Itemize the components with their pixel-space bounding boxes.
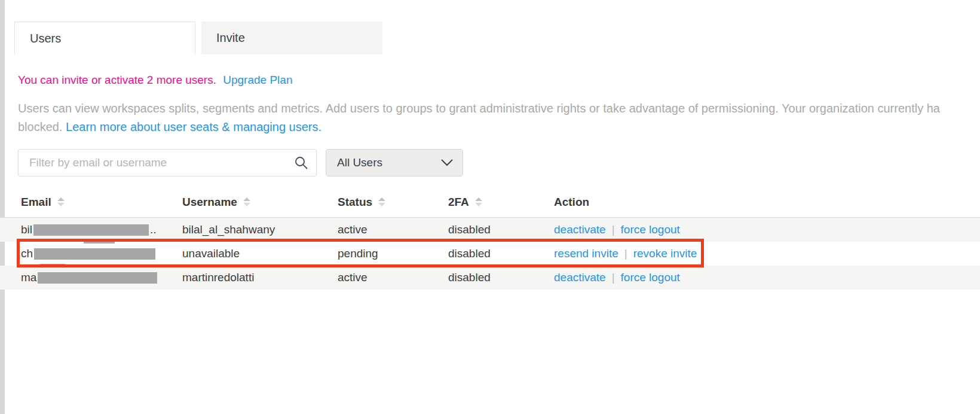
- resend-invite-link[interactable]: resend invite: [554, 247, 618, 260]
- tab-bar: Users Invite: [14, 22, 382, 54]
- sort-icon[interactable]: [378, 197, 385, 206]
- email-prefix: bil: [21, 223, 32, 236]
- status-cell: active: [338, 271, 448, 284]
- force-logout-link[interactable]: force logout: [621, 271, 680, 284]
- email-suffix: ..: [150, 223, 157, 236]
- email-cell: ma: [21, 271, 182, 284]
- users-table-header: Email Username Status 2FA Action: [0, 187, 980, 218]
- column-header-action: Action: [554, 196, 980, 209]
- username-cell: unavailable: [182, 247, 338, 260]
- email-cell: ch: [21, 247, 182, 260]
- column-header-2fa-label: 2FA: [448, 196, 469, 209]
- twofa-cell: disabled: [448, 271, 554, 284]
- chevron-down-icon: [441, 159, 453, 166]
- username-cell: bilal_al_shahwany: [182, 223, 338, 236]
- action-separator: |: [612, 271, 615, 284]
- table-controls: All Users: [18, 149, 463, 176]
- status-cell: pending: [338, 247, 448, 260]
- force-logout-link[interactable]: force logout: [621, 223, 680, 236]
- description-line-1: Users can view workspaces splits, segmen…: [18, 99, 980, 118]
- users-table: Email Username Status 2FA Action bil .. …: [0, 187, 980, 290]
- user-filter-dropdown[interactable]: All Users: [326, 149, 463, 176]
- table-row: bil .. bilal_al_shahwany active disabled…: [0, 218, 980, 242]
- table-row: ma martinredolatti active disabled deact…: [0, 266, 980, 290]
- email-redaction-box: [34, 248, 155, 260]
- column-header-username-label: Username: [182, 196, 237, 209]
- email-redaction-artifact: [40, 264, 65, 267]
- username-cell: martinredolatti: [182, 271, 338, 284]
- action-separator: |: [624, 247, 627, 260]
- upgrade-plan-link[interactable]: Upgrade Plan: [223, 74, 292, 86]
- email-redaction-box: [38, 272, 157, 284]
- column-header-email[interactable]: Email: [21, 196, 182, 209]
- seat-limit-notice: You can invite or activate 2 more users.…: [18, 74, 292, 87]
- user-filter-dropdown-value: All Users: [337, 156, 382, 169]
- action-separator: |: [612, 223, 615, 236]
- column-header-2fa[interactable]: 2FA: [448, 196, 554, 209]
- email-redaction-artifact: [84, 240, 115, 243]
- deactivate-link[interactable]: deactivate: [554, 271, 606, 284]
- action-cell: deactivate | force logout: [554, 223, 980, 236]
- column-header-username[interactable]: Username: [182, 196, 338, 209]
- filter-search-input[interactable]: [18, 149, 317, 176]
- twofa-cell: disabled: [448, 223, 554, 236]
- email-redaction-box: [33, 224, 149, 236]
- status-cell: active: [338, 223, 448, 236]
- action-cell: resend invite | revoke invite: [554, 247, 980, 260]
- email-prefix: ma: [21, 271, 36, 284]
- users-description: Users can view workspaces splits, segmen…: [18, 99, 980, 136]
- column-header-status[interactable]: Status: [338, 196, 448, 209]
- seat-limit-message: You can invite or activate 2 more users.: [18, 74, 216, 86]
- revoke-invite-link[interactable]: revoke invite: [633, 247, 697, 260]
- tab-users[interactable]: Users: [14, 22, 195, 54]
- description-line-2: blocked. Learn more about user seats & m…: [18, 118, 980, 136]
- learn-more-link[interactable]: Learn more about user seats & managing u…: [66, 120, 321, 133]
- table-row-highlighted: ch unavailable pending disabled resend i…: [0, 242, 980, 266]
- tab-invite[interactable]: Invite: [201, 22, 382, 54]
- sort-icon[interactable]: [475, 197, 482, 206]
- sort-icon[interactable]: [243, 197, 250, 206]
- tab-invite-label: Invite: [216, 31, 245, 45]
- description-line-2-text: blocked.: [18, 120, 66, 133]
- tab-users-label: Users: [30, 32, 61, 45]
- column-header-action-label: Action: [554, 196, 589, 209]
- twofa-cell: disabled: [448, 247, 554, 260]
- search-icon[interactable]: [294, 156, 308, 170]
- action-cell: deactivate | force logout: [554, 271, 980, 284]
- email-prefix: ch: [21, 247, 33, 260]
- sort-icon[interactable]: [57, 197, 65, 206]
- column-header-status-label: Status: [338, 196, 372, 209]
- filter-search: [18, 149, 317, 176]
- email-cell: bil ..: [21, 223, 182, 236]
- deactivate-link[interactable]: deactivate: [554, 223, 606, 236]
- column-header-email-label: Email: [21, 196, 51, 209]
